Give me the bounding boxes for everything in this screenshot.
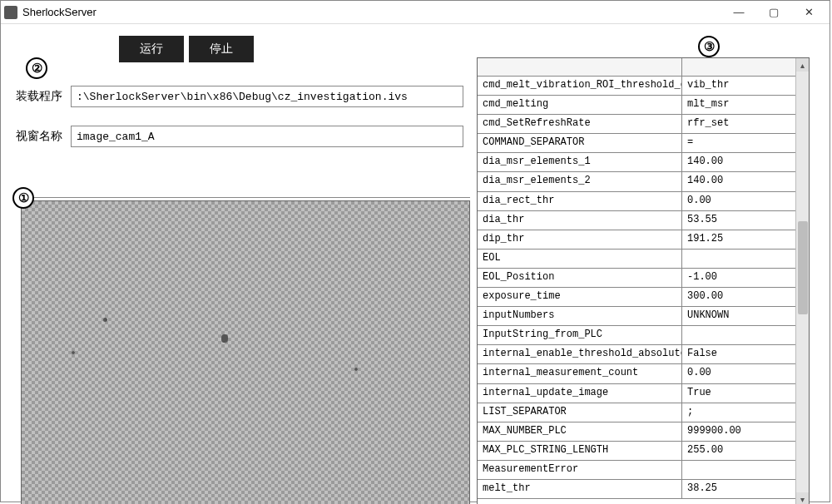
param-name: MAX_NUMBER_PLC: [478, 422, 682, 441]
param-value[interactable]: [682, 250, 795, 268]
scroll-up-icon[interactable]: ▴: [796, 58, 809, 72]
app-icon: [4, 6, 17, 19]
param-value[interactable]: 191.25: [682, 230, 795, 249]
window-name-row: 视窗名称: [16, 126, 463, 147]
param-name: cmd_melt_vibration_ROI_threshold_change: [478, 77, 682, 95]
table-row[interactable]: MAX_NUMBER_PLC999900.00: [478, 422, 795, 442]
param-value[interactable]: vib_thr: [682, 77, 795, 95]
param-name: LIST_SEPARATOR: [478, 403, 682, 422]
left-column: 运行 停止 装载程序 视窗名称: [16, 36, 463, 147]
param-name: melt_thr: [478, 480, 682, 498]
content-area: ② ① ③ 运行 停止 装载程序 视窗名称: [1, 24, 830, 502]
badge-1: ①: [12, 187, 34, 209]
param-value[interactable]: 140.00: [682, 172, 795, 190]
param-value[interactable]: 38.25: [682, 480, 795, 498]
maximize-button[interactable]: ▢: [756, 2, 791, 23]
param-name: dip_thr: [478, 230, 682, 249]
table-row[interactable]: MeasurementError: [478, 461, 795, 480]
table-row[interactable]: EOL_Position-1.00: [478, 269, 795, 288]
param-name: MAX_PLC_STRING_LENGTH: [478, 442, 682, 460]
table-row[interactable]: inputNumbersUNKNOWN: [478, 307, 795, 326]
table-row[interactable]: LIST_SEPARATOR;: [478, 403, 795, 422]
table-row[interactable]: dip_thr191.25: [478, 230, 795, 250]
param-name: internal_measurement_count: [478, 364, 682, 383]
table-row[interactable]: cmd_melt_vibration_ROI_threshold_changev…: [478, 77, 795, 96]
scroll-down-icon[interactable]: ▾: [796, 492, 809, 504]
checker-background: [22, 201, 469, 504]
param-value[interactable]: 53.55: [682, 211, 795, 230]
table-row[interactable]: dia_rect_thr0.00: [478, 192, 795, 211]
param-name: inputNumbers: [478, 307, 682, 325]
param-value[interactable]: 255.00: [682, 442, 795, 460]
table-row[interactable]: COMMAND_SEPARATOR=: [478, 134, 795, 153]
param-name: dia_thr: [478, 211, 682, 230]
table-body: cmd_melt_vibration_ROI_threshold_changev…: [478, 58, 795, 504]
minimize-button[interactable]: —: [721, 2, 756, 23]
table-row[interactable]: melt_thr38.25: [478, 480, 795, 499]
window-title: SherlockServer: [22, 6, 721, 18]
table-header: [478, 58, 795, 77]
app-window: SherlockServer — ▢ ✕ ② ① ③ 运行 停止 装载程序 视窗…: [0, 0, 830, 502]
badge-2: ②: [26, 57, 47, 79]
run-button[interactable]: 运行: [119, 36, 184, 62]
param-value[interactable]: False: [682, 345, 795, 363]
divider: [21, 197, 470, 199]
param-value[interactable]: rfr_set: [682, 115, 795, 133]
window-controls: — ▢ ✕: [721, 2, 826, 23]
param-name: EOL: [478, 250, 682, 268]
table-row[interactable]: dia_msr_elements_1140.00: [478, 153, 795, 172]
table-row[interactable]: EOL: [478, 250, 795, 269]
param-value[interactable]: UNKNOWN: [682, 307, 795, 325]
badge-3: ③: [698, 36, 720, 57]
param-name: internal_enable_threshold_absolute: [478, 345, 682, 363]
param-value[interactable]: ;: [682, 403, 795, 422]
close-button[interactable]: ✕: [791, 2, 826, 23]
table-row[interactable]: internal_measurement_count0.00: [478, 364, 795, 383]
button-row: 运行 停止: [119, 36, 463, 62]
param-name: EOL_Position: [478, 269, 682, 287]
parameters-table: cmd_melt_vibration_ROI_threshold_changev…: [477, 57, 810, 504]
image-artifact: [103, 318, 107, 322]
table-row[interactable]: MAX_PLC_STRING_LENGTH255.00: [478, 442, 795, 461]
table-row[interactable]: InputString_from_PLC: [478, 326, 795, 345]
param-value[interactable]: [682, 326, 795, 344]
table-row[interactable]: cmd_SetRefreshRaterfr_set: [478, 115, 795, 134]
param-value[interactable]: [682, 461, 795, 479]
scroll-thumb[interactable]: [798, 221, 808, 314]
param-value[interactable]: 140.00: [682, 153, 795, 171]
table-row[interactable]: dia_thr53.55: [478, 211, 795, 230]
param-name: MeasurementError: [478, 461, 682, 479]
param-name: exposure_time: [478, 288, 682, 306]
image-artifact: [354, 368, 358, 371]
table-row[interactable]: internal_update_imageTrue: [478, 384, 795, 403]
table-row[interactable]: cmd_meltingmlt_msr: [478, 96, 795, 115]
param-name: dia_rect_thr: [478, 192, 682, 210]
param-name: COMMAND_SEPARATOR: [478, 134, 682, 152]
image-artifact: [221, 334, 228, 343]
image-preview-panel: [21, 200, 470, 504]
titlebar: SherlockServer — ▢ ✕: [1, 1, 830, 24]
program-path-input[interactable]: [71, 86, 463, 107]
table-row[interactable]: internal_enable_threshold_absoluteFalse: [478, 345, 795, 364]
stop-button[interactable]: 停止: [189, 36, 254, 62]
param-value[interactable]: -1.00: [682, 269, 795, 287]
param-name: InputString_from_PLC: [478, 326, 682, 344]
table-scrollbar[interactable]: ▴ ▾: [795, 58, 809, 504]
window-name-input[interactable]: [71, 126, 463, 147]
param-name: cmd_melting: [478, 96, 682, 114]
load-program-label: 装载程序: [16, 89, 71, 104]
param-value[interactable]: True: [682, 384, 795, 403]
param-value[interactable]: =: [682, 134, 795, 152]
param-name: dia_msr_elements_2: [478, 172, 682, 190]
param-name: cmd_SetRefreshRate: [478, 115, 682, 133]
window-name-label: 视窗名称: [16, 129, 71, 144]
param-value[interactable]: 999900.00: [682, 422, 795, 441]
table-row[interactable]: exposure_time300.00: [478, 288, 795, 307]
param-name: internal_update_image: [478, 384, 682, 403]
param-value[interactable]: mlt_msr: [682, 96, 795, 114]
table-row[interactable]: dia_msr_elements_2140.00: [478, 172, 795, 191]
param-value[interactable]: 300.00: [682, 288, 795, 306]
param-value[interactable]: 0.00: [682, 364, 795, 383]
param-value[interactable]: 0.00: [682, 192, 795, 210]
program-row: 装载程序: [16, 86, 463, 107]
